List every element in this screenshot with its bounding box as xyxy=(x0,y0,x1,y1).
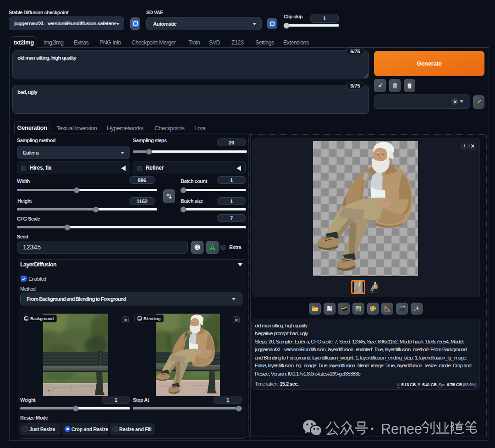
svg-text:Renee: Renee xyxy=(381,421,422,437)
